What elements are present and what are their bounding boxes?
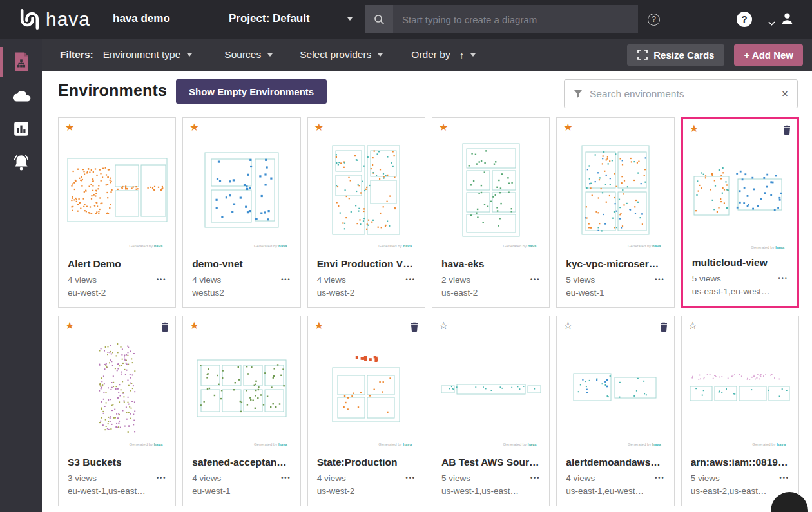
trash-icon[interactable]: [783, 125, 791, 137]
sources-dropdown[interactable]: Sources: [224, 49, 273, 61]
environment-card[interactable]: ★ Generated by hava State:Production 4 v…: [307, 316, 425, 506]
trash-icon[interactable]: [660, 322, 668, 334]
card-menu-button[interactable]: •••: [406, 276, 416, 283]
environment-thumbnail[interactable]: [308, 327, 425, 450]
favorite-star-icon[interactable]: ★: [189, 122, 198, 133]
card-menu-button[interactable]: •••: [530, 475, 540, 481]
environment-card[interactable]: ★ Generated by hava Alert Demo 4 views e…: [58, 117, 176, 308]
card-info: multicloud-view 5 views us-east-1,eu-wes…: [683, 251, 797, 306]
card-menu-button[interactable]: •••: [281, 276, 291, 283]
card-info: kyc-vpc-microser… 5 views eu-west-1 •••: [557, 252, 673, 307]
environment-card[interactable]: ★ Generated by hava S3 Buckets 3 views e…: [58, 316, 176, 506]
environment-thumbnail[interactable]: [183, 327, 300, 450]
environment-thumbnail[interactable]: [557, 327, 673, 450]
add-new-button[interactable]: + Add New: [734, 44, 803, 66]
environment-thumbnail[interactable]: [557, 128, 673, 252]
environment-card[interactable]: ★ Generated by hava kyc-vpc-microser… 5 …: [556, 117, 674, 308]
thumbnail-caption: Generated by hava: [130, 244, 163, 248]
create-diagram-search[interactable]: [365, 5, 638, 33]
search-environments-box[interactable]: ×: [564, 79, 798, 108]
thumbnail-caption: Generated by hava: [503, 442, 537, 446]
environment-card[interactable]: ★ Generated by hava safened-acceptan… 4 …: [182, 316, 300, 506]
views-count: 5 views: [692, 274, 788, 283]
user-avatar-icon[interactable]: [780, 12, 794, 28]
page-header: Environments Show Empty Environments ×: [42, 71, 812, 117]
card-menu-button[interactable]: •••: [655, 276, 664, 283]
views-count: 4 views: [317, 275, 416, 285]
show-empty-environments-button[interactable]: Show Empty Environments: [176, 79, 327, 104]
trash-icon[interactable]: [411, 322, 418, 334]
environment-card[interactable]: ☆ Generated by hava AB Test AWS Sour… 5 …: [432, 316, 550, 506]
sidebar-item-sources[interactable]: [0, 79, 42, 112]
favorite-star-icon[interactable]: ★: [65, 122, 74, 133]
card-menu-button[interactable]: •••: [281, 475, 291, 481]
order-by-dropdown[interactable]: Order by ↑: [411, 49, 476, 61]
environment-card[interactable]: ★ Generated by hava hava-eks 2 views us-…: [432, 117, 550, 308]
favorite-star-icon[interactable]: ★: [189, 321, 198, 331]
search-button[interactable]: [365, 5, 393, 33]
help-button[interactable]: ?: [737, 12, 752, 27]
project-selector[interactable]: Project: Default: [229, 12, 353, 25]
card-menu-button[interactable]: •••: [778, 275, 788, 281]
card-menu-button[interactable]: •••: [157, 276, 166, 283]
active-accent-bar: [0, 47, 3, 77]
card-menu-button[interactable]: •••: [406, 475, 416, 481]
environment-card[interactable]: ★ Generated by hava multicloud-view 5 vi…: [681, 117, 799, 308]
favorite-star-icon[interactable]: ★: [65, 321, 74, 331]
diagram-preview-image: [691, 164, 788, 219]
environment-thumbnail[interactable]: [432, 327, 549, 450]
card-menu-button[interactable]: •••: [655, 475, 664, 481]
favorite-star-icon[interactable]: ☆: [688, 321, 697, 331]
environment-type-dropdown[interactable]: Environment type: [103, 49, 193, 61]
favorite-star-icon[interactable]: ★: [439, 122, 448, 133]
diagram-preview-image: [460, 141, 522, 239]
favorite-star-icon[interactable]: ★: [563, 122, 572, 133]
hava-logo[interactable]: hava: [17, 7, 90, 32]
diagram-preview-image: [330, 143, 402, 237]
trash-icon[interactable]: [161, 322, 169, 334]
thumbnail-caption: Generated by hava: [628, 442, 661, 446]
search-environments-input[interactable]: [590, 88, 775, 100]
card-menu-button[interactable]: •••: [157, 475, 166, 481]
card-menu-button[interactable]: •••: [530, 276, 540, 283]
environment-thumbnail[interactable]: [308, 128, 425, 252]
sidebar-item-environments[interactable]: [0, 45, 42, 79]
environment-title: arn:aws:iam::0819…: [691, 457, 789, 468]
favorite-star-icon[interactable]: ☆: [563, 321, 572, 331]
environment-card[interactable]: ★ Generated by hava Envi Production V… 4…: [307, 117, 425, 308]
account-chevron-icon[interactable]: [768, 17, 775, 28]
regions-text: us-east-2,us-east…: [691, 486, 789, 496]
environment-thumbnail[interactable]: [59, 128, 175, 252]
filter-funnel-icon: [574, 90, 583, 99]
create-diagram-input[interactable]: [393, 5, 638, 33]
select-providers-dropdown[interactable]: Select providers: [300, 49, 383, 61]
environment-thumbnail[interactable]: [682, 327, 798, 450]
environment-thumbnail[interactable]: [683, 129, 797, 253]
environment-title: safened-acceptan…: [192, 457, 291, 468]
card-menu-button[interactable]: •••: [780, 475, 789, 481]
environment-thumbnail[interactable]: [183, 128, 300, 252]
favorite-star-icon[interactable]: ★: [314, 321, 324, 331]
favorite-star-icon[interactable]: ★: [314, 122, 324, 133]
environment-thumbnail[interactable]: [59, 327, 175, 450]
clear-search-icon[interactable]: ×: [782, 88, 788, 99]
environment-thumbnail[interactable]: [432, 128, 549, 252]
environment-card[interactable]: ☆ Generated by hava arn:aws:iam::0819… 5…: [681, 316, 799, 506]
search-help-icon[interactable]: ?: [648, 14, 660, 26]
sidebar-item-alerts[interactable]: [0, 146, 42, 179]
diagram-preview-image: [439, 377, 543, 400]
environment-card[interactable]: ★ Generated by hava demo-vnet 4 views we…: [182, 117, 300, 308]
sidebar-item-usage[interactable]: [0, 112, 42, 146]
sort-direction-arrow-icon[interactable]: ↑: [459, 50, 465, 61]
resize-cards-button[interactable]: Resize Cards: [627, 44, 724, 66]
environment-card[interactable]: ☆ Generated by hava alertdemoandaws… 4 v…: [556, 316, 674, 506]
favorite-star-icon[interactable]: ☆: [439, 321, 448, 331]
diagram-preview-image: [66, 157, 168, 223]
search-icon: [374, 14, 385, 25]
workspace-name[interactable]: hava demo: [113, 12, 170, 25]
diagram-preview-image: [571, 368, 660, 408]
environment-title: AB Test AWS Sour…: [441, 457, 540, 468]
views-count: 4 views: [192, 473, 291, 483]
favorite-star-icon[interactable]: ★: [690, 124, 699, 134]
sources-label: Sources: [224, 49, 261, 61]
